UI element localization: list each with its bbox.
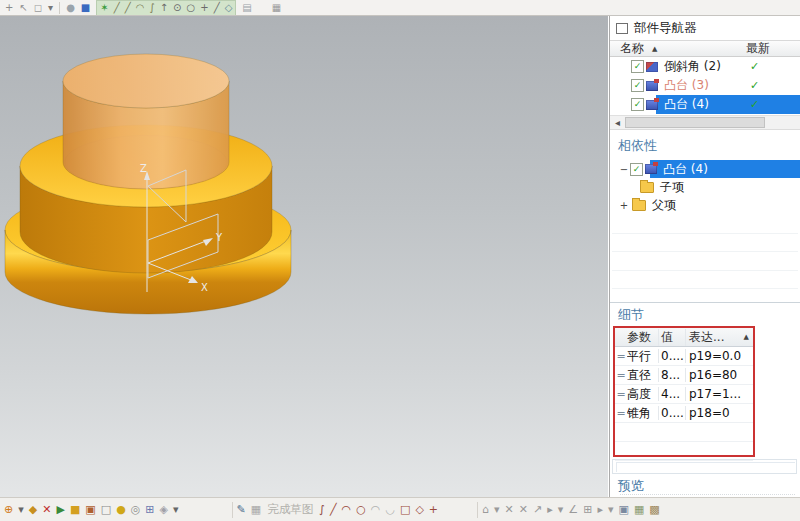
feature-row-chamfer[interactable]: ✓ 倒斜角 (2) ✓	[610, 57, 800, 76]
dependency-root-row[interactable]: − ✓ 凸台 (4)	[610, 160, 800, 178]
parameter-row[interactable]: = 锥角 0.... p18=0	[615, 404, 753, 423]
snap-slash-icon[interactable]: ╱	[214, 2, 220, 14]
finish-sketch-button[interactable]: 完成草图	[267, 502, 313, 517]
column-expression[interactable]: 表达...	[685, 329, 740, 346]
snap-quad-icon[interactable]: ◇	[225, 2, 233, 14]
dimension-icon[interactable]: ▸	[597, 503, 603, 517]
checkbox-icon[interactable]: ✓	[630, 163, 643, 176]
collapse-icon[interactable]: −	[618, 164, 630, 175]
constraint-icon[interactable]: ⊞	[145, 503, 154, 517]
snap-circle-icon[interactable]: ○	[187, 2, 196, 14]
extend-icon[interactable]: ✕	[519, 503, 528, 517]
point-icon[interactable]: +	[429, 503, 438, 517]
parameter-value[interactable]: 0....	[658, 349, 685, 363]
snap-pole-icon[interactable]: ↑	[160, 2, 168, 14]
sort-ascending-icon[interactable]: ▲	[652, 45, 657, 53]
parents-label[interactable]: 父项	[649, 196, 679, 215]
sort-ascending-icon[interactable]: ▲	[744, 333, 749, 341]
sphere-icon[interactable]: ●	[66, 2, 75, 14]
snap-arc-icon[interactable]: ◠	[136, 2, 145, 14]
checkbox-icon[interactable]: ✓	[631, 98, 644, 111]
snap-center-icon[interactable]: ⊙	[173, 2, 181, 14]
navigator-column-header[interactable]: 名称 ▲ 最新	[610, 40, 800, 57]
snap-spline-icon[interactable]: ∫	[150, 2, 155, 14]
polygon-icon[interactable]: ◇	[415, 503, 423, 517]
parameter-row[interactable]: = 高度 4... p17=1...	[615, 385, 753, 404]
children-label[interactable]: 子项	[657, 178, 687, 197]
feature-label[interactable]: 凸台 (4)	[661, 95, 712, 114]
fillet-icon[interactable]: ◠	[371, 503, 381, 517]
parameter-value[interactable]: 4...	[658, 387, 685, 401]
parameter-expression[interactable]: p18=0	[685, 406, 753, 420]
checkbox-icon[interactable]: ✓	[631, 60, 644, 73]
select-cursor-icon[interactable]: ↖	[19, 2, 27, 14]
scroll-left-button[interactable]: ◂	[610, 116, 625, 129]
column-name[interactable]: 名称	[620, 40, 644, 57]
dependency-root-label[interactable]: 凸台 (4)	[660, 160, 711, 179]
dependency-parents-row[interactable]: + 父项	[610, 196, 800, 214]
datum-icon[interactable]: ◆	[29, 503, 37, 517]
pattern2-icon[interactable]: ▣	[618, 503, 628, 517]
dropdown-icon[interactable]: ▾	[48, 2, 53, 14]
selection-rect-icon[interactable]: ◻	[34, 2, 42, 14]
parameter-expression[interactable]: p17=1...	[685, 387, 753, 401]
parameter-name[interactable]: 平行	[627, 348, 658, 365]
extrude-icon[interactable]: ⊕	[4, 503, 13, 517]
dropdown-icon[interactable]: ▾	[558, 503, 564, 517]
spline-icon[interactable]: ∫	[319, 503, 325, 517]
feature-row-boss3[interactable]: ✓ 凸台 (3) ✓	[610, 76, 800, 95]
shaded-view-icon[interactable]: ▤	[242, 2, 251, 14]
angle-icon[interactable]: ∠	[568, 503, 578, 517]
block-icon[interactable]: □	[101, 503, 111, 517]
new-sketch-icon[interactable]: ✎	[237, 503, 246, 517]
link-icon[interactable]: ●	[116, 503, 126, 517]
pattern-icon[interactable]: ▣	[85, 503, 95, 517]
feature-label[interactable]: 倒斜角 (2)	[661, 57, 724, 76]
grid-icon[interactable]: ⊞	[583, 503, 592, 517]
parameter-expression[interactable]: p16=80	[685, 368, 753, 382]
details-header-row[interactable]: 参数 值 表达... ▲	[615, 328, 753, 347]
column-value[interactable]: 值	[658, 329, 685, 346]
datum-plane-icon[interactable]: ▶	[56, 503, 64, 517]
parameter-value[interactable]: 0....	[658, 406, 685, 420]
grid-view-icon[interactable]: ▦	[272, 2, 281, 14]
arc2-icon[interactable]: ◡	[385, 503, 395, 517]
scrollbar-thumb[interactable]	[625, 117, 765, 128]
snap-point-icon[interactable]: ✶	[100, 2, 108, 14]
roller-icon[interactable]: ◎	[131, 503, 141, 517]
parameter-name[interactable]: 高度	[627, 386, 658, 403]
expand-icon[interactable]: +	[618, 200, 630, 211]
parameter-expression[interactable]: p19=0.0	[685, 349, 753, 363]
boxes-icon[interactable]: ◈	[160, 503, 168, 517]
checkbox-icon[interactable]: ✓	[631, 79, 644, 92]
arc-icon[interactable]: ◠	[342, 503, 352, 517]
feature-row-boss4-selected[interactable]: ✓ 凸台 (4) ✓	[610, 95, 800, 114]
unite-icon[interactable]: ✕	[42, 503, 51, 517]
parameter-row[interactable]: = 直径 8... p16=80	[615, 366, 753, 385]
more-icon[interactable]: ▩	[649, 503, 659, 517]
3d-viewport[interactable]: Z Y X	[0, 16, 608, 497]
dependency-children-row[interactable]: 子项	[610, 178, 800, 196]
trim-icon[interactable]: ✕	[505, 503, 514, 517]
snap-plus-icon[interactable]: +	[200, 2, 208, 14]
sketch-grid-icon[interactable]: ▦	[251, 503, 261, 517]
arrow-icon[interactable]: ↗	[533, 503, 542, 517]
snap-midpoint-icon[interactable]: ╱	[125, 2, 131, 14]
circle-icon[interactable]: ○	[356, 503, 366, 517]
assembly-icon[interactable]: ■	[70, 503, 80, 517]
horizontal-scrollbar[interactable]: ◂	[610, 115, 800, 130]
measure-icon[interactable]: ▸	[547, 503, 553, 517]
snap-endpoint-icon[interactable]: ╱	[114, 2, 120, 14]
dropdown-icon[interactable]: ▾	[494, 503, 500, 517]
parameter-row[interactable]: = 平行 0.... p19=0.0	[615, 347, 753, 366]
line-icon[interactable]: ╱	[330, 503, 337, 517]
rectangle-icon[interactable]: □	[400, 503, 410, 517]
dropdown-icon[interactable]: ▾	[608, 503, 614, 517]
parameter-name[interactable]: 直径	[627, 367, 658, 384]
home-icon[interactable]: ⌂	[482, 503, 489, 517]
parameter-name[interactable]: 锥角	[627, 405, 658, 422]
add-icon[interactable]: +	[5, 2, 13, 14]
feature-label[interactable]: 凸台 (3)	[661, 76, 712, 95]
parameter-value[interactable]: 8...	[658, 368, 685, 382]
cube-icon[interactable]: ■	[81, 2, 90, 14]
